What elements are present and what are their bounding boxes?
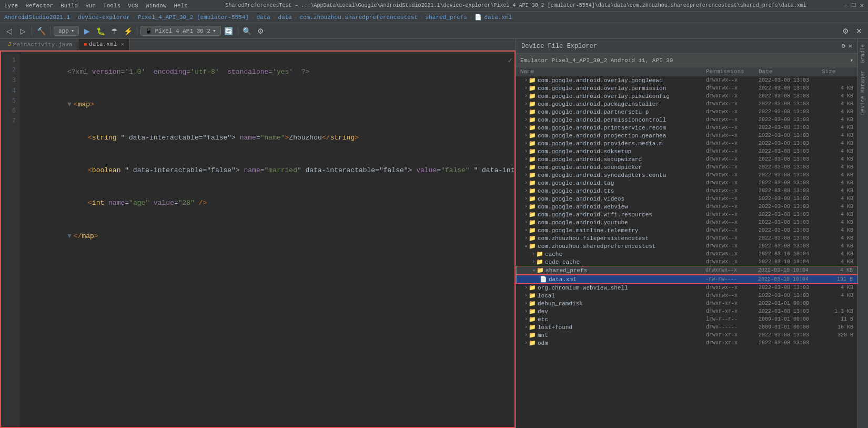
dfe-row[interactable]: ›📁devdrwxr-xr-x2022-03-08 13:031.3 KB (516, 307, 857, 315)
expand-icon[interactable]: › (524, 164, 528, 170)
dfe-row[interactable]: ›📁com.google.android.providers.media.mdr… (516, 140, 857, 147)
expand-icon[interactable]: › (524, 141, 528, 146)
dfe-settings-icon[interactable]: ⚙ (842, 42, 845, 50)
breadcrumb-pixel[interactable]: Pixel_4_API_30_2 [emulator-5554] (138, 14, 249, 21)
dfe-row[interactable]: ›📁com.google.android.wifi.resourcesdrwxr… (516, 211, 857, 218)
breadcrumb-device-explorer[interactable]: device-explorer (78, 14, 130, 21)
menu-help[interactable]: Help (174, 3, 187, 9)
menu-lyze[interactable]: Lyze (4, 3, 18, 9)
expand-icon[interactable]: › (524, 332, 528, 338)
expand-icon[interactable]: › (524, 133, 528, 138)
dfe-row[interactable]: ›📁mntdrwxr-xr-x2022-03-08 13:03320 B (516, 331, 857, 339)
expand-icon[interactable]: › (524, 293, 528, 298)
side-tab-device-manager[interactable]: Device Manager (859, 67, 867, 118)
dfe-row[interactable]: ›📁com.google.android.partnersetu pdrwxrw… (516, 108, 857, 116)
dfe-row[interactable]: ›📁com.google.android.printservice.recomd… (516, 124, 857, 132)
dfe-row[interactable]: ›📁com.google.android.webviewdrwxrwx--x20… (516, 203, 857, 211)
dfe-row[interactable]: ›📁cachedrwxrws--x2022-03-10 10:044 KB (516, 250, 857, 258)
run-config-dropdown-icon[interactable]: ▾ (71, 27, 75, 34)
dfe-row[interactable]: ›📁com.google.android.videosdrwxrwx--x202… (516, 195, 857, 203)
dfe-row[interactable]: ›📁com.google.android.overlay.permissiond… (516, 84, 857, 92)
breadcrumb-studio[interactable]: AndroidStudio2021.1 (4, 14, 70, 21)
search-button[interactable]: 🔍 (241, 25, 253, 37)
expand-icon[interactable]: › (524, 180, 528, 186)
tab-close-icon[interactable]: ✕ (121, 41, 124, 47)
collapse-icon[interactable]: ▾ (532, 267, 536, 274)
device-selector[interactable]: 📱 Pixel 4 API 30 2 ▾ (140, 26, 220, 36)
dfe-row[interactable]: ›📁lost+founddrwx------2009-01-01 00:0016… (516, 323, 857, 331)
expand-icon[interactable]: › (524, 285, 528, 291)
menu-run[interactable]: Run (85, 3, 96, 9)
breadcrumb-dataxml[interactable]: data.xml (484, 14, 512, 21)
dfe-row[interactable]: ›📁com.google.mainline.telemetrydrwxrwx--… (516, 226, 857, 234)
toolbar-extra-1[interactable]: ⚙ (840, 25, 851, 37)
dfe-row[interactable]: ›📁com.google.android.sdksetupdrwxrwx--x2… (516, 147, 857, 155)
dfe-row[interactable]: ▾📁shared_prefsdrwxrwx--x2022-03-10 10:04… (516, 266, 857, 275)
profile-button[interactable]: ⚡ (122, 25, 134, 37)
expand-icon[interactable]: › (524, 308, 528, 314)
dfe-row[interactable]: ›📁com.zhouzhou.filepersistencetestdrwxrw… (516, 234, 857, 242)
expand-icon[interactable]: › (524, 212, 528, 217)
expand-icon[interactable]: › (524, 172, 528, 178)
expand-icon[interactable]: › (524, 196, 528, 202)
dfe-emulator-dropdown[interactable]: ▾ (850, 57, 853, 64)
debug-button[interactable]: 🐛 (95, 25, 106, 37)
coverage-button[interactable]: ☂ (108, 25, 120, 37)
expand-icon[interactable]: › (524, 235, 528, 241)
expand-icon[interactable]: › (524, 227, 528, 233)
device-selector-dropdown-icon[interactable]: ▾ (213, 27, 216, 34)
breadcrumb-data2[interactable]: data (278, 14, 292, 21)
expand-icon[interactable]: › (524, 156, 528, 162)
dfe-row[interactable]: ›📁com.google.android.projection.gearhead… (516, 132, 857, 140)
sync-button[interactable]: 🔄 (223, 25, 235, 37)
dfe-row[interactable]: ›📁odmdrwxr-xr-x2022-03-08 13:03 (516, 339, 857, 347)
expand-icon[interactable]: › (524, 85, 528, 91)
menu-refactor[interactable]: Refactor (25, 3, 53, 9)
dfe-row[interactable]: ›📁com.google.android.permissioncontrolld… (516, 116, 857, 124)
expand-icon[interactable]: › (524, 93, 528, 99)
menu-vcs[interactable]: VCS (128, 3, 138, 9)
dfe-row[interactable]: ›📁com.google.android.overlay.googleewidr… (516, 76, 857, 84)
expand-icon[interactable]: › (524, 101, 528, 107)
dfe-row[interactable]: ›📁com.google.android.setupwizarddrwxrwx-… (516, 155, 857, 163)
tab-mainactivity[interactable]: J MainActivity.java (2, 39, 78, 50)
expand-icon[interactable]: › (524, 316, 528, 322)
run-config-selector[interactable]: app ▾ (54, 26, 79, 36)
expand-icon[interactable]: › (524, 148, 528, 154)
dfe-row[interactable]: ›📁com.google.android.ttsdrwxrwx--x2022-0… (516, 187, 857, 195)
dfe-row[interactable]: ›📁com.google.android.packageinstallerdrw… (516, 100, 857, 108)
dfe-row[interactable]: ›📁etclrw-r--r--2009-01-01 00:0011 B (516, 315, 857, 323)
breadcrumb-shared-prefs[interactable]: shared_prefs (426, 14, 467, 21)
expand-icon[interactable]: › (524, 117, 528, 123)
tab-dataxml[interactable]: ■ data.xml ✕ (78, 39, 130, 50)
expand-icon[interactable]: › (532, 259, 535, 265)
expand-icon[interactable]: › (524, 340, 528, 346)
dfe-close-icon[interactable]: ✕ (849, 42, 852, 50)
expand-icon[interactable]: › (524, 220, 528, 225)
toolbar-btn-2[interactable]: ▷ (17, 25, 28, 37)
menu-tools[interactable]: Tools (103, 3, 120, 9)
dfe-row[interactable]: 📄data.xml-rw-rw----2022-03-10 10:04191 B (516, 275, 857, 284)
dfe-row[interactable]: ›📁com.google.android.tagdrwxrwx--x2022-0… (516, 179, 857, 187)
run-button[interactable]: ▶ (81, 25, 93, 37)
expand-icon[interactable]: › (524, 77, 528, 83)
dfe-row[interactable]: ›📁com.google.android.soundpickerdrwxrwx-… (516, 163, 857, 171)
dfe-row[interactable]: ›📁debug_ramdiskdrwxr-xr-x2022-01-01 00:0… (516, 300, 857, 307)
menu-bar[interactable]: Lyze Refactor Build Run Tools VCS Window… (4, 3, 188, 9)
toolbar-btn-build[interactable]: 🔨 (35, 25, 47, 37)
dfe-row[interactable]: ›📁code_cachedrwxrwx--x2022-03-10 10:044 … (516, 258, 857, 266)
expand-icon[interactable]: › (524, 188, 528, 194)
close-button[interactable]: ✕ (860, 2, 864, 9)
settings-button[interactable]: ⚙ (255, 25, 267, 37)
breadcrumb-data1[interactable]: data (257, 14, 270, 21)
menu-window[interactable]: Window (146, 3, 167, 9)
dfe-row[interactable]: ›📁org.chromium.webview_shelldrwxrwx--x20… (516, 284, 857, 292)
expand-icon[interactable]: › (524, 125, 528, 131)
code-area[interactable]: <?xml version='1.0' encoding='utf-8' sta… (20, 52, 514, 427)
expand-icon[interactable]: › (524, 301, 528, 306)
minimize-button[interactable]: – (844, 2, 847, 9)
toolbar-extra-2[interactable]: ✕ (853, 25, 865, 37)
collapse-icon[interactable]: ▾ (524, 243, 528, 250)
dfe-row[interactable]: ▾📁com.zhouzhou.sharedpreferencestestdrwx… (516, 242, 857, 250)
breadcrumb-package[interactable]: com.zhouzhou.sharedpreferencestest (300, 14, 418, 21)
